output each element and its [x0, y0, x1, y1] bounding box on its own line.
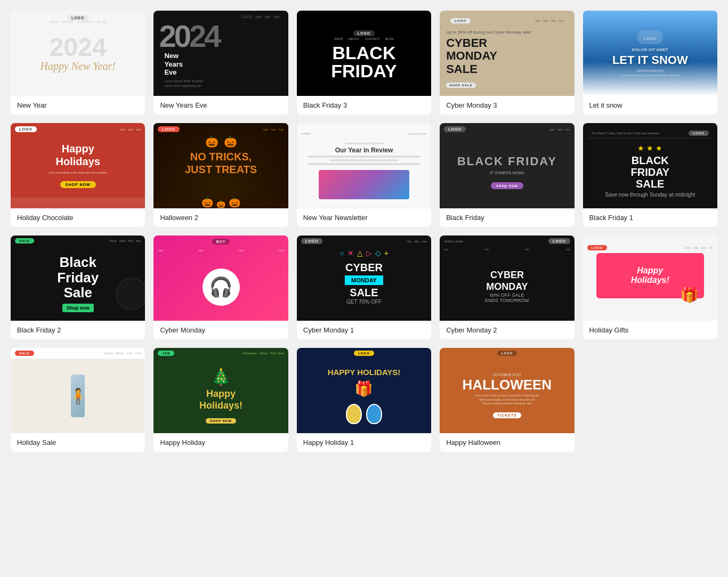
template-card-halloween-2[interactable]: LOGO nav nav nav 🎃🎃 NO TRICKS,JUST TREAT…: [153, 123, 288, 227]
template-label: Happy Holiday: [153, 433, 288, 452]
template-card-black-friday[interactable]: LOGO nav nav nav BLACK FRIDAY IT STARTS …: [440, 123, 574, 227]
template-label: New Year: [11, 96, 145, 115]
template-label: Holiday Gifts: [583, 321, 717, 339]
template-thumb: LOGO SHOPABOUTCONTACTBLOG BLACKFRIDAY: [297, 11, 431, 96]
template-thumb: LOGO link link link link HappyHolidays! …: [583, 235, 717, 321]
template-label: Holiday Sale: [11, 433, 145, 452]
template-thumb: BUY navnavnavnav 🎧: [153, 235, 288, 321]
template-card-holiday-gifts[interactable]: LOGO link link link link HappyHolidays! …: [583, 235, 717, 339]
template-card-black-friday-3[interactable]: LOGO SHOPABOUTCONTACTBLOG BLACKFRIDAY Bl…: [297, 11, 431, 115]
template-label: Happy Holiday 1: [297, 433, 431, 452]
template-card-cyber-monday[interactable]: BUY navnavnavnav 🎧 Cyber Monday: [153, 235, 288, 339]
template-card-holiday-chocolate[interactable]: LOGO nav nav nav HappyHolidays Let me in…: [11, 123, 145, 227]
template-thumb: SALE shop sale info nav BlackFridaySale …: [11, 235, 145, 321]
template-thumb: SALE Home About Link Link 🧍: [11, 348, 145, 433]
template-grid: LOGO SHOPABOUTCONTACTBLOG 2024 Happy New…: [11, 11, 717, 452]
template-card-cyber-monday-1[interactable]: LOGO nav nav nav ○ ✕ △ ▷ ◇ + CYBER MONDA…: [297, 235, 431, 339]
template-label: Happy Halloween: [440, 433, 574, 452]
template-thumb: JAN Christmas About New Year 🎄 HappyHoli…: [153, 348, 288, 433]
template-card-cyber-monday-2[interactable]: Today's deals LOGO navnavnavnav CYBERMON…: [440, 235, 574, 339]
template-card-happy-holiday-1[interactable]: LOGO HAPPY HOLIDAYS! 🎁 Happy Holiday 1: [297, 348, 431, 452]
template-thumb: LOGO nav nav nav ○ ✕ △ ▷ ◇ + CYBER MONDA…: [297, 235, 431, 321]
template-thumb: Today's deals LOGO navnavnavnav CYBERMON…: [440, 235, 574, 321]
template-label: Black Friday: [440, 208, 574, 227]
template-label: Black Friday 1: [583, 208, 717, 227]
template-card-let-it-snow[interactable]: LOGO DOLOR SIT AMET LET IT SNOW URNA PHA…: [583, 11, 717, 115]
template-card-holiday-sale[interactable]: SALE Home About Link Link 🧍 Holiday Sale: [11, 348, 145, 452]
template-thumb: LOGO nav nav nav HappyHolidays Let me in…: [11, 123, 145, 208]
template-thumb: LOGO nav nav nav BLACK FRIDAY IT STARTS …: [440, 123, 574, 208]
template-thumb: LOGO OCTOBER 31ST HALLOWEEN Lorem ipsum …: [440, 348, 574, 433]
template-thumb: LOGO nav nav nav 20 24 NewYearsEve Lorem…: [153, 11, 288, 96]
template-thumb: The Black Friday Sale Email | Visit your…: [583, 123, 717, 208]
template-label: Cyber Monday: [153, 321, 288, 339]
template-label: Cyber Monday 1: [297, 321, 431, 339]
template-thumb: LOGO nav nav nav 🎃🎃 NO TRICKS,JUST TREAT…: [153, 123, 288, 208]
template-label: Black Friday 3: [297, 96, 431, 115]
template-card-new-year[interactable]: LOGO SHOPABOUTCONTACTBLOG 2024 Happy New…: [11, 11, 145, 115]
template-label: Let it snow: [583, 96, 717, 115]
template-thumb: LOGO DOLOR SIT AMET LET IT SNOW URNA PHA…: [583, 11, 717, 96]
template-thumb: LOGO nav nav nav nav Up to 50% off durin…: [440, 11, 574, 96]
template-card-new-year-newsletter[interactable]: LOGO Feature Plan Lorem ipsum dolor sit …: [297, 123, 431, 227]
template-label: Cyber Monday 2: [440, 321, 574, 339]
template-label: Holiday Chocolate: [11, 208, 145, 227]
template-label: New Year Newsletter: [297, 208, 431, 227]
template-thumb: LOGO SHOPABOUTCONTACTBLOG 2024 Happy New…: [11, 11, 145, 96]
template-thumb: LOGO Feature Plan Lorem ipsum dolor sit …: [297, 123, 431, 208]
template-label: Halloween 2: [153, 208, 288, 227]
template-card-happy-halloween[interactable]: LOGO OCTOBER 31ST HALLOWEEN Lorem ipsum …: [440, 348, 574, 452]
template-label: Cyber Monday 3: [440, 96, 574, 115]
template-label: New Years Eve: [153, 96, 288, 115]
template-thumb: LOGO HAPPY HOLIDAYS! 🎁: [297, 348, 431, 433]
template-card-black-friday-1[interactable]: The Black Friday Sale Email | Visit your…: [583, 123, 717, 227]
template-card-new-years-eve[interactable]: LOGO nav nav nav 20 24 NewYearsEve Lorem…: [153, 11, 288, 115]
template-label: Black Friday 2: [11, 321, 145, 339]
template-card-black-friday-2[interactable]: SALE shop sale info nav BlackFridaySale …: [11, 235, 145, 339]
template-card-cyber-monday-3[interactable]: LOGO nav nav nav nav Up to 50% off durin…: [440, 11, 574, 115]
template-card-happy-holiday[interactable]: JAN Christmas About New Year 🎄 HappyHoli…: [153, 348, 288, 452]
